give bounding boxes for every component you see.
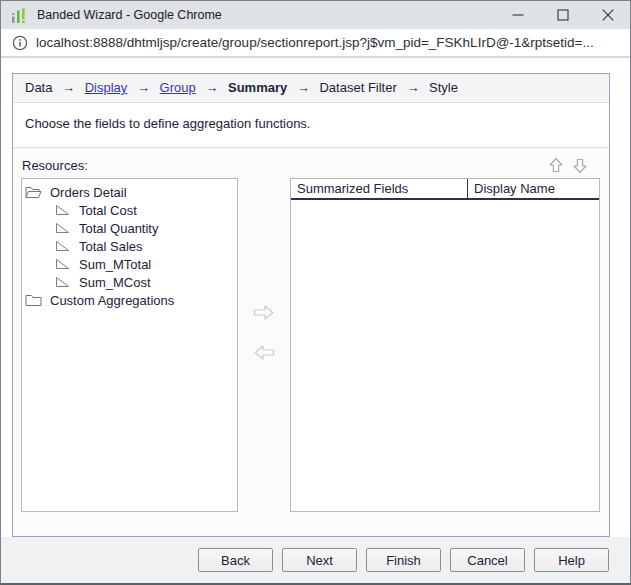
breadcrumb-step-summary: Summary: [228, 80, 287, 95]
instruction-text: Choose the fields to define aggregation …: [13, 103, 609, 148]
breadcrumb: Data → Display → Group → Summary → Datas…: [13, 74, 609, 103]
selection-panels: Orders Detail Total Cost Total Quantity: [21, 178, 600, 512]
tree-item-label: Sum_MTotal: [79, 257, 151, 272]
breadcrumb-separator: →: [62, 80, 75, 95]
url-text[interactable]: localhost:8888/dhtmljsp/create/group/sec…: [36, 35, 594, 50]
summary-field-icon: [55, 276, 70, 288]
tree-item-sum-mcost[interactable]: Sum_MCost: [22, 273, 237, 291]
cancel-button[interactable]: Cancel: [450, 548, 525, 572]
browser-window: Banded Wizard - Google Chrome localhost:…: [0, 0, 631, 585]
maximize-button[interactable]: [540, 1, 585, 29]
close-button[interactable]: [585, 1, 630, 29]
column-header-summarized-fields: Summarized Fields: [291, 179, 468, 198]
tree-item-total-quantity[interactable]: Total Quantity: [22, 219, 237, 237]
summary-field-icon: [55, 258, 70, 270]
remove-field-button[interactable]: [253, 344, 275, 361]
breadcrumb-separator: →: [137, 80, 150, 95]
back-button[interactable]: Back: [198, 548, 273, 572]
page-info-icon[interactable]: [12, 35, 28, 51]
help-button[interactable]: Help: [534, 548, 609, 572]
summary-field-icon: [55, 240, 70, 252]
tree-item-label: Orders Detail: [50, 185, 127, 200]
add-field-button[interactable]: [253, 304, 275, 321]
folder-open-icon: [25, 186, 42, 199]
tree-item-label: Total Quantity: [79, 221, 159, 236]
summary-field-icon: [55, 222, 70, 234]
tree-item-orders-detail[interactable]: Orders Detail: [22, 183, 237, 201]
minimize-button[interactable]: [495, 1, 540, 29]
tree-item-total-cost[interactable]: Total Cost: [22, 201, 237, 219]
move-up-button[interactable]: [548, 157, 564, 174]
folder-closed-icon: [25, 294, 42, 307]
transfer-controls: [238, 178, 290, 512]
resources-tree[interactable]: Orders Detail Total Cost Total Quantity: [21, 178, 238, 512]
breadcrumb-separator: →: [297, 80, 310, 95]
summary-field-icon: [55, 204, 70, 216]
window-controls: [495, 1, 630, 29]
breadcrumb-step-style: Style: [429, 80, 458, 95]
wizard-button-bar: Back Next Finish Cancel Help: [1, 537, 630, 583]
app-logo-icon: [10, 6, 27, 24]
tree-item-label: Total Cost: [79, 203, 137, 218]
breadcrumb-step-display[interactable]: Display: [85, 80, 128, 95]
tree-item-label: Sum_MCost: [79, 275, 151, 290]
next-button[interactable]: Next: [282, 548, 357, 572]
resources-header-row: Resources:: [13, 148, 609, 178]
wizard-main-area: Resources:: [13, 148, 609, 536]
breadcrumb-separator: →: [205, 80, 218, 95]
title-bar: Banded Wizard - Google Chrome: [1, 1, 630, 29]
tree-item-total-sales[interactable]: Total Sales: [22, 237, 237, 255]
move-down-button[interactable]: [572, 157, 588, 174]
wizard-panel: Data → Display → Group → Summary → Datas…: [12, 73, 610, 537]
breadcrumb-step-dataset-filter: Dataset Filter: [319, 80, 396, 95]
table-header-row: Summarized Fields Display Name: [291, 179, 599, 200]
column-header-display-name: Display Name: [468, 179, 599, 198]
breadcrumb-step-group[interactable]: Group: [160, 80, 196, 95]
window-title: Banded Wizard - Google Chrome: [37, 8, 222, 22]
tree-item-label: Custom Aggregations: [50, 293, 174, 308]
resources-label: Resources:: [22, 158, 540, 173]
tree-item-custom-aggregations[interactable]: Custom Aggregations: [22, 291, 237, 309]
tree-item-label: Total Sales: [79, 239, 143, 254]
address-bar[interactable]: localhost:8888/dhtmljsp/create/group/sec…: [1, 29, 630, 58]
breadcrumb-separator: →: [406, 80, 419, 95]
summarized-fields-list[interactable]: [291, 200, 599, 511]
tree-item-sum-mtotal[interactable]: Sum_MTotal: [22, 255, 237, 273]
breadcrumb-step-data: Data: [25, 80, 52, 95]
summarized-fields-table: Summarized Fields Display Name: [290, 178, 600, 512]
finish-button[interactable]: Finish: [366, 548, 441, 572]
